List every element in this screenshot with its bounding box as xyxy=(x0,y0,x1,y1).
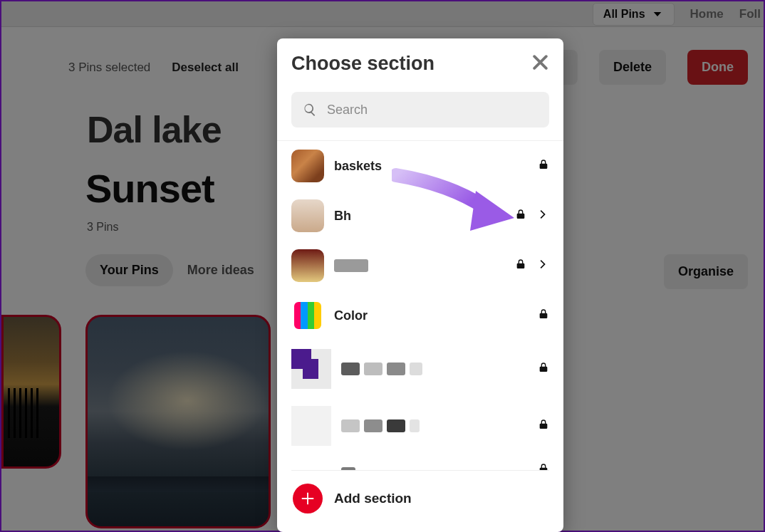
lock-icon xyxy=(515,209,526,223)
section-thumbnail xyxy=(291,299,324,332)
modal-title: Choose section xyxy=(291,53,434,75)
section-item[interactable] xyxy=(291,241,549,291)
section-thumbnail xyxy=(291,349,331,389)
section-label xyxy=(341,467,528,470)
section-thumbnail xyxy=(291,249,324,282)
lock-icon xyxy=(538,159,549,173)
section-list[interactable]: baskets Bh xyxy=(277,141,563,470)
section-item-bh[interactable]: Bh xyxy=(291,191,549,241)
section-label xyxy=(341,363,528,375)
add-section-row[interactable]: Add section xyxy=(291,470,549,518)
section-item-baskets[interactable]: baskets xyxy=(291,141,549,191)
search-icon xyxy=(303,103,317,117)
section-thumbnail xyxy=(291,199,324,232)
section-label: Bh xyxy=(334,209,505,224)
lock-icon xyxy=(538,362,549,376)
lock-icon xyxy=(538,463,549,470)
section-item-color[interactable]: Color xyxy=(291,291,549,340)
plus-icon xyxy=(300,491,316,506)
section-item[interactable] xyxy=(291,454,549,470)
section-thumbnail xyxy=(291,463,331,470)
close-icon xyxy=(531,53,549,71)
section-label xyxy=(341,419,528,432)
choose-section-modal: Choose section baskets Bh xyxy=(277,38,563,532)
search-input[interactable] xyxy=(327,103,538,118)
chevron-right-icon xyxy=(536,208,549,224)
section-label: Color xyxy=(334,308,528,323)
section-item[interactable] xyxy=(291,397,549,454)
section-label: baskets xyxy=(334,159,528,174)
lock-icon xyxy=(538,308,549,323)
close-button[interactable] xyxy=(531,53,549,74)
lock-icon xyxy=(515,259,526,273)
section-thumbnail xyxy=(291,150,324,182)
section-label xyxy=(334,259,505,272)
search-field[interactable] xyxy=(291,92,549,127)
chevron-right-icon xyxy=(536,258,549,273)
add-section-label: Add section xyxy=(334,491,412,506)
section-thumbnail xyxy=(291,406,331,446)
lock-icon xyxy=(538,419,549,433)
add-section-button[interactable] xyxy=(293,484,323,513)
section-item[interactable] xyxy=(291,340,549,397)
